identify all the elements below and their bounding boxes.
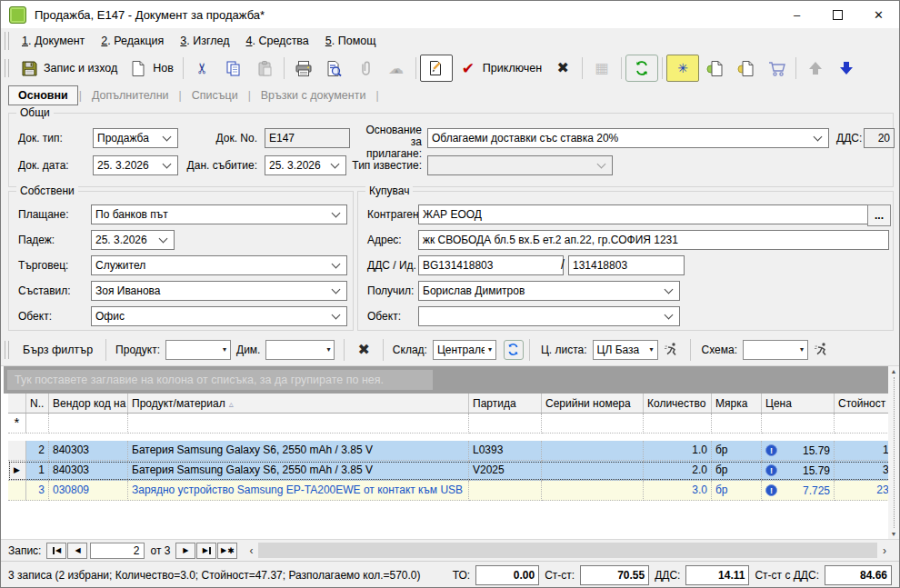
cell-value[interactable] xyxy=(835,414,888,434)
clear-filter-button[interactable]: ✖ xyxy=(348,341,378,358)
doc-date-picker[interactable]: 25. 3.2026 xyxy=(93,155,178,175)
menu-item-3[interactable]: 3. Изглед xyxy=(172,31,237,51)
cell-n[interactable]: 2 xyxy=(26,441,49,461)
special-function-button[interactable]: ✳ xyxy=(666,55,699,82)
cell-serial[interactable] xyxy=(542,461,644,481)
menu-grip[interactable] xyxy=(5,32,9,50)
maximize-button[interactable] xyxy=(817,1,858,28)
edit-mode-toggle[interactable] xyxy=(420,55,453,82)
tab-3[interactable]: Списъци xyxy=(183,86,247,105)
attachment-button[interactable] xyxy=(350,55,381,81)
filter-grip[interactable] xyxy=(5,341,9,359)
column-header-Продукт/материал[interactable]: Продукт/материал▵ xyxy=(128,394,469,413)
column-header-Партида[interactable]: Партида xyxy=(469,394,542,413)
cell-product[interactable]: Батерия Samsung Galaxy S6, 2550 mAh / 3.… xyxy=(128,441,469,461)
refresh-grid-button[interactable] xyxy=(504,340,524,360)
total-value-3[interactable]: 84.66 xyxy=(825,565,892,585)
complete-button[interactable]: ✔ Приключен xyxy=(453,55,547,81)
cloud-upload-button[interactable]: ☁ ▲ xyxy=(381,55,412,81)
menu-item-1[interactable]: 1. Документ xyxy=(14,31,93,51)
move-up-button[interactable] xyxy=(800,55,831,81)
cell-batch[interactable] xyxy=(469,414,542,434)
own-site-combo[interactable]: Офис xyxy=(91,306,347,326)
cell-product[interactable]: Батерия Samsung Galaxy S6, 2550 mAh / 3.… xyxy=(128,461,469,481)
row-selector[interactable]: ▶ xyxy=(8,461,26,481)
cell-qty[interactable]: 3.0 xyxy=(644,481,712,501)
row-selector[interactable] xyxy=(8,481,26,501)
table-row[interactable]: 2840303Батерия Samsung Galaxy S6, 2550 m… xyxy=(8,441,888,461)
info-icon[interactable]: ! xyxy=(765,484,777,496)
prev-record-button[interactable]: ◀ xyxy=(67,543,87,559)
delete-button[interactable]: ✖ xyxy=(547,55,578,81)
duplicate-document-button[interactable] xyxy=(730,55,761,81)
cell-value[interactable]: 23.175 xyxy=(835,481,888,501)
cell-price[interactable] xyxy=(762,414,835,434)
print-button[interactable] xyxy=(288,55,319,81)
cell-value[interactable]: 15.79 xyxy=(835,441,888,461)
record-position-field[interactable]: 2 xyxy=(90,543,145,559)
cell-unit[interactable]: бр xyxy=(712,461,762,481)
scroll-left-icon[interactable]: ‹ xyxy=(244,543,258,558)
cart-button[interactable] xyxy=(761,55,792,81)
cell-qty[interactable]: 1.0 xyxy=(644,441,712,461)
column-header-Цена[interactable]: Цена xyxy=(762,394,835,413)
copy-document-button[interactable] xyxy=(699,55,730,81)
first-record-button[interactable]: ◀ xyxy=(46,543,66,559)
cell-unit[interactable] xyxy=(712,414,762,434)
paste-button[interactable] xyxy=(249,55,280,81)
print-preview-button[interactable] xyxy=(319,55,350,81)
apply-pricelist-button[interactable] xyxy=(664,342,679,357)
buyer-site-combo[interactable] xyxy=(418,306,680,326)
cell-vendor[interactable]: 840303 xyxy=(49,441,128,461)
column-header-Мярка[interactable]: Мярка xyxy=(712,394,762,413)
cell-vendor[interactable] xyxy=(49,414,128,434)
warehouse-combo[interactable]: Централен▾ xyxy=(433,340,496,360)
column-header-N..[interactable]: N.. xyxy=(26,394,49,413)
cut-button[interactable]: ✂ xyxy=(187,55,218,81)
info-icon[interactable]: ! xyxy=(765,444,777,456)
cell-qty[interactable]: 2.0 xyxy=(644,461,712,481)
tab-1[interactable]: Основни xyxy=(8,85,78,105)
cell-price[interactable]: !15.79 xyxy=(762,441,835,461)
tab-2[interactable]: Допълнителни xyxy=(83,86,178,105)
table-row[interactable]: 3030809Зарядно устройство Samsung EP-TA2… xyxy=(8,481,888,501)
column-header-Стойност[interactable]: Стойност xyxy=(835,394,888,413)
cell-n[interactable] xyxy=(26,414,49,434)
pricelist-combo[interactable]: ЦЛ База▾ xyxy=(593,340,658,360)
cell-serial[interactable] xyxy=(542,481,644,501)
last-record-button[interactable]: ▶ xyxy=(196,543,216,559)
address-field[interactable]: жк СВОБОДА бл.5 вх.Б ет.2 ап.22, гр.СОФИ… xyxy=(418,230,889,250)
doc-no-field[interactable]: E147 xyxy=(265,128,350,148)
copy-button[interactable] xyxy=(218,55,249,81)
toolbar-grip[interactable] xyxy=(5,59,9,77)
horizontal-scrollbar[interactable]: ‹ › xyxy=(244,543,892,558)
scroll-right-icon[interactable]: › xyxy=(877,543,892,558)
cell-unit[interactable]: бр xyxy=(712,481,762,501)
dim-filter-combo[interactable]: ▾ xyxy=(265,340,335,360)
cell-serial[interactable] xyxy=(542,414,644,434)
product-filter-combo[interactable]: ▾ xyxy=(165,340,231,360)
author-combo[interactable]: Зоя Иванова xyxy=(91,281,347,301)
column-header-Вендор код на ...[interactable]: Вендор код на ... xyxy=(49,394,128,413)
new-row[interactable]: * xyxy=(8,414,888,434)
cell-value[interactable]: 31.58 xyxy=(835,461,888,481)
scroll-down-icon[interactable]: ▼ xyxy=(891,531,897,537)
contractor-field[interactable]: ЖАР ЕООД xyxy=(418,204,869,224)
cell-price[interactable]: !15.79 xyxy=(762,461,835,481)
total-value-2[interactable]: 14.11 xyxy=(685,565,749,585)
row-selector[interactable] xyxy=(8,441,26,461)
cell-serial[interactable] xyxy=(542,441,644,461)
row-selector[interactable]: * xyxy=(8,414,26,434)
cell-batch[interactable]: L0393 xyxy=(469,441,542,461)
cell-unit[interactable]: бр xyxy=(712,441,762,461)
next-record-button[interactable]: ▶ xyxy=(175,543,195,559)
menu-item-5[interactable]: 5. Помощ xyxy=(317,31,385,51)
due-date-picker[interactable]: 25. 3.2026 xyxy=(91,230,175,250)
refresh-button[interactable] xyxy=(625,55,658,82)
menu-item-2[interactable]: 2. Редакция xyxy=(93,31,172,51)
payment-combo[interactable]: По банков път xyxy=(91,204,347,224)
cell-product[interactable]: Зарядно устройство Samsung EP-TA200EWE о… xyxy=(128,481,469,501)
tab-4[interactable]: Връзки с документи xyxy=(252,86,375,105)
apply-scheme-button[interactable] xyxy=(814,342,829,357)
vertical-scrollbar[interactable]: ▲ ▼ xyxy=(888,366,899,539)
